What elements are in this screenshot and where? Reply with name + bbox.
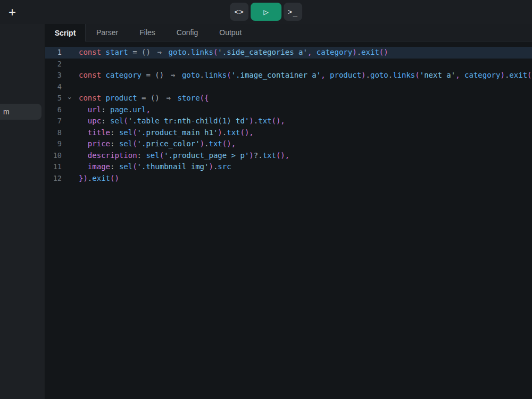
topbar: + <> ▷ >_ bbox=[0, 0, 532, 24]
line-number: 2 bbox=[45, 59, 62, 70]
code-line-12[interactable]: 12}).exit() bbox=[45, 173, 532, 185]
line-number: 1 bbox=[45, 47, 62, 59]
tab-parser[interactable]: Parser bbox=[86, 24, 129, 41]
tab-script[interactable]: Script bbox=[45, 24, 86, 41]
run-button[interactable]: ▷ bbox=[251, 3, 281, 21]
line-number: 11 bbox=[45, 161, 62, 173]
sidebar-item-label: m bbox=[3, 107, 10, 116]
line-number: 3 bbox=[45, 70, 62, 81]
code-line-5[interactable]: 5›const product = () ⇒ store({ bbox=[45, 93, 532, 104]
code-text: const start = () ⇒ goto.links('.side_cat… bbox=[79, 47, 532, 59]
code-text: description: sel('.product_page > p')?.t… bbox=[79, 150, 532, 162]
sidebar-item-selected[interactable]: m bbox=[0, 104, 41, 120]
sidebar: m bbox=[0, 24, 45, 399]
line-number: 10 bbox=[45, 150, 62, 162]
line-number: 7 bbox=[45, 115, 62, 127]
code-line-2[interactable]: 2 bbox=[45, 59, 532, 70]
run-toolbar: <> ▷ >_ bbox=[230, 3, 302, 21]
code-text: image: sel('.thumbnail img').src bbox=[79, 161, 532, 173]
code-text: price: sel('.price_color').txt(), bbox=[79, 138, 532, 150]
fold-gutter bbox=[62, 138, 79, 150]
line-number: 4 bbox=[45, 81, 62, 93]
fold-gutter bbox=[62, 70, 79, 81]
code-line-10[interactable]: 10 description: sel('.product_page > p')… bbox=[45, 150, 532, 162]
tab-files[interactable]: Files bbox=[129, 24, 166, 41]
line-number: 5 bbox=[45, 93, 62, 104]
code-view-button[interactable]: <> bbox=[230, 3, 248, 21]
code-line-7[interactable]: 7 upc: sel('.table tr:nth-child(1) td').… bbox=[45, 115, 532, 127]
code-text: const product = () ⇒ store({ bbox=[79, 93, 532, 104]
fold-gutter bbox=[62, 127, 79, 139]
tab-output[interactable]: Output bbox=[209, 24, 252, 41]
code-text bbox=[79, 81, 532, 93]
fold-gutter bbox=[62, 161, 79, 173]
code-line-1[interactable]: 1const start = () ⇒ goto.links('.side_ca… bbox=[45, 47, 532, 59]
terminal-button[interactable]: >_ bbox=[284, 3, 302, 21]
code-text: url: page.url, bbox=[79, 104, 532, 116]
code-text: const category = () ⇒ goto.links('.image… bbox=[79, 70, 532, 81]
fold-gutter: › bbox=[62, 93, 79, 104]
fold-gutter bbox=[62, 47, 79, 59]
code-icon: <> bbox=[234, 7, 244, 16]
fold-gutter bbox=[62, 81, 79, 93]
fold-gutter bbox=[62, 59, 79, 70]
fold-gutter bbox=[62, 173, 79, 185]
tab-bar: ScriptParserFilesConfigOutput bbox=[45, 24, 532, 41]
code-line-4[interactable]: 4 bbox=[45, 81, 532, 93]
fold-gutter bbox=[62, 115, 79, 127]
line-number: 9 bbox=[45, 138, 62, 150]
fold-chevron-icon[interactable]: › bbox=[66, 96, 73, 101]
code-line-9[interactable]: 9 price: sel('.price_color').txt(), bbox=[45, 138, 532, 150]
line-number: 6 bbox=[45, 104, 62, 116]
play-icon: ▷ bbox=[263, 7, 269, 17]
new-tab-button[interactable]: + bbox=[9, 0, 26, 24]
code-line-11[interactable]: 11 image: sel('.thumbnail img').src bbox=[45, 161, 532, 173]
editor-panel: ScriptParserFilesConfigOutput 1const sta… bbox=[45, 24, 532, 399]
code-line-3[interactable]: 3const category = () ⇒ goto.links('.imag… bbox=[45, 70, 532, 81]
code-text: upc: sel('.table tr:nth-child(1) td').tx… bbox=[79, 115, 532, 127]
line-number: 8 bbox=[45, 127, 62, 139]
fold-gutter bbox=[62, 104, 79, 116]
line-number: 12 bbox=[45, 173, 62, 185]
code-text: }).exit() bbox=[79, 173, 532, 185]
code-line-8[interactable]: 8 title: sel('.product_main h1').txt(), bbox=[45, 127, 532, 139]
code-editor[interactable]: 1const start = () ⇒ goto.links('.side_ca… bbox=[45, 41, 532, 184]
code-text bbox=[79, 59, 532, 70]
tab-config[interactable]: Config bbox=[166, 24, 209, 41]
code-text: title: sel('.product_main h1').txt(), bbox=[79, 127, 532, 139]
terminal-icon: >_ bbox=[288, 7, 298, 16]
fold-gutter bbox=[62, 150, 79, 162]
code-line-6[interactable]: 6 url: page.url, bbox=[45, 104, 532, 116]
